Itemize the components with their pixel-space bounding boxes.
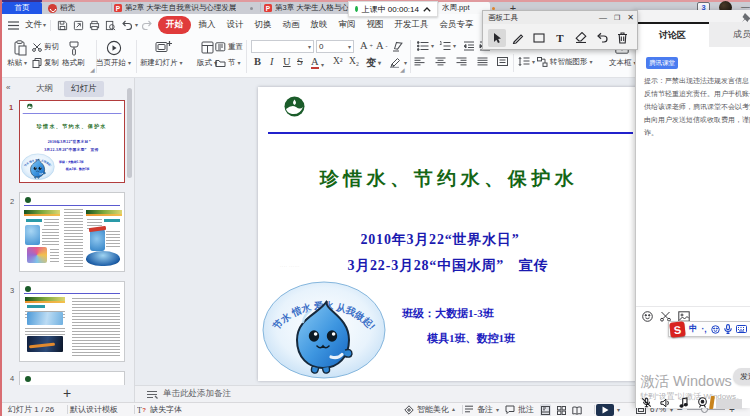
font-name-combobox[interactable]: ▾	[251, 40, 314, 53]
distribute-icon[interactable]	[497, 57, 508, 66]
slideshow-play-button[interactable]	[596, 404, 614, 416]
print-preview-icon[interactable]	[104, 19, 117, 32]
dialog-launcher-icon[interactable]: ◢	[90, 66, 95, 73]
slide-date-line-2[interactable]: 3月22-3月28“中国水周” 宣传	[258, 257, 638, 275]
water-drop-mascot[interactable]: 节水 惜水 爱水 从我做起!	[21, 153, 55, 180]
water-drop-mascot[interactable]: 节水 惜水 爱水 从我做起!	[261, 280, 387, 381]
underline-button[interactable]: U	[283, 56, 291, 67]
save-icon[interactable]	[56, 19, 69, 32]
board-pen-tool[interactable]	[509, 29, 527, 47]
superscript-button[interactable]: X²	[333, 56, 343, 66]
add-slide-button[interactable]: +	[63, 386, 71, 400]
panel-scrollbar[interactable]	[127, 88, 132, 178]
slide-class-line-2[interactable]: 模具1班、数控1班	[427, 331, 515, 346]
text-box-button[interactable]: 文本框▾	[609, 58, 637, 68]
layout-button[interactable]: 版式▾	[197, 58, 217, 68]
slide-editor[interactable]: 珍惜水、节约水、保护水 2010年3月22“世界水日” 3月22-3月28“中国…	[258, 87, 650, 381]
numbering-button[interactable]: ▾	[439, 41, 456, 51]
menu-tab-devtools[interactable]: 开发工具	[389, 16, 434, 34]
dialog-launcher-icon[interactable]: ◢	[400, 66, 405, 73]
discussion-tab-active[interactable]: 讨论区	[636, 22, 709, 47]
document-tab-2[interactable]: P 第3章 大学生人格与心	[264, 2, 348, 14]
smart-beautify-button[interactable]: 智能美化 ▾	[404, 403, 455, 416]
class-timer-pill[interactable]: 上课中 00:00:14	[348, 1, 438, 17]
play-current-icon[interactable]	[105, 39, 122, 56]
zoom-slider[interactable]	[687, 409, 725, 410]
font-size-combobox[interactable]: 0▾	[316, 40, 354, 53]
slide-sorter-view-button[interactable]	[556, 404, 567, 416]
ime-mode-chinese[interactable]: 中	[689, 323, 698, 335]
slide-thumbnail-2[interactable]	[19, 192, 125, 272]
members-tab[interactable]: 成员(	[709, 22, 750, 47]
decrease-font-button[interactable]: A-	[376, 40, 388, 51]
redo-icon[interactable]	[140, 19, 153, 32]
italic-button[interactable]: I	[270, 56, 274, 67]
menu-tab-transition[interactable]: 切换	[249, 16, 277, 34]
line-spacing-icon[interactable]: ▾	[518, 57, 535, 67]
music-note-icon[interactable]	[679, 397, 689, 408]
slide-title[interactable]: 珍惜水、节约水、保护水	[258, 166, 640, 192]
docer-tab[interactable]: 稻壳	[42, 2, 110, 14]
decrease-indent-icon[interactable]	[463, 41, 475, 51]
strikethrough-button[interactable]: S	[297, 56, 303, 67]
board-restore-button[interactable]: ❐	[614, 14, 620, 22]
menu-tab-design[interactable]: 设计	[221, 16, 249, 34]
normal-view-button[interactable]	[540, 404, 551, 416]
speaker-icon[interactable]	[660, 398, 671, 408]
board-close-button[interactable]: ✕	[627, 13, 634, 22]
reset-button[interactable]: 重置	[215, 42, 243, 52]
reading-view-button[interactable]	[571, 404, 582, 416]
notes-toggle-button[interactable]: 备注 ▾	[464, 403, 499, 416]
font-color-button[interactable]: A	[311, 56, 319, 69]
paste-icon[interactable]	[9, 39, 31, 57]
slide-thumbnail-3[interactable]	[19, 281, 125, 362]
collapse-panel-button[interactable]: «	[6, 83, 10, 92]
menu-tab-review[interactable]: 审阅	[333, 16, 361, 34]
board-text-tool[interactable]: T	[551, 29, 569, 47]
bullets-button[interactable]: ▾	[417, 41, 434, 51]
play-current-button[interactable]: 当页开始▾	[96, 58, 131, 68]
slide-date-line-2[interactable]: 3月22-3月28“中国水周” 宣传	[20, 147, 123, 152]
new-slide-button[interactable]: 新建幻灯片▾	[140, 58, 183, 68]
menu-tab-insert[interactable]: 插入	[193, 16, 221, 34]
emoji-icon[interactable]	[642, 311, 653, 322]
play-options-chevron-icon[interactable]: ▾	[617, 407, 620, 416]
new-slide-icon[interactable]	[153, 39, 173, 56]
text-effect-button[interactable]: 变▾	[366, 56, 381, 70]
hamburger-menu-icon[interactable]	[7, 19, 20, 32]
paste-button[interactable]: 粘贴▾	[7, 58, 27, 68]
align-right-icon[interactable]	[456, 57, 467, 66]
section-button[interactable]: 节▾	[215, 58, 241, 68]
slide-class-line-2[interactable]: 模具1班、数控1班	[66, 167, 90, 171]
board-rectangle-tool[interactable]	[530, 29, 548, 47]
collapse-pill-chevron-icon[interactable]	[423, 7, 431, 12]
slide-thumbnail-1-selected[interactable]: 珍惜水、节约水、保护水 2010年3月22“世界水日” 3月22-3月28“中国…	[19, 100, 125, 183]
menu-tab-view[interactable]: 视图	[361, 16, 389, 34]
document-tab-1[interactable]: P 第2章 大学生自我意识与心理发展	[114, 2, 249, 14]
undo-chevron-icon[interactable]: ▾	[135, 22, 138, 28]
slides-tab-active[interactable]: 幻灯片	[64, 81, 104, 97]
slide-date-line-1[interactable]: 2010年3月22“世界水日”	[20, 140, 118, 145]
copy-button[interactable]: 复制	[32, 58, 59, 68]
mic-muted-icon[interactable]	[641, 397, 652, 408]
board-eraser-tool[interactable]	[572, 29, 590, 47]
send-button[interactable]: 发送	[733, 368, 750, 385]
ime-keyboard-icon[interactable]	[736, 325, 747, 333]
menu-tab-home[interactable]: 开始	[158, 16, 191, 34]
comments-button[interactable]: 批注	[505, 403, 534, 416]
outline-tab[interactable]: 大纲	[36, 83, 53, 95]
cut-button[interactable]: 剪切	[32, 42, 59, 52]
smart-graphic-button[interactable]: 转智能图形▾	[537, 57, 593, 67]
slide-class-line-1[interactable]: 班级：大数据1-3班	[402, 306, 494, 321]
board-undo-tool[interactable]	[593, 29, 611, 47]
format-painter-button[interactable]: 格式刷	[62, 58, 85, 68]
discussion-titlebar[interactable]	[636, 10, 750, 22]
missing-font-warning[interactable]: T? 缺失字体	[137, 403, 182, 416]
board-trash-tool[interactable]	[613, 29, 631, 47]
clear-format-icon[interactable]	[392, 41, 403, 52]
align-center-icon[interactable]	[435, 57, 446, 66]
board-cursor-tool[interactable]	[488, 29, 506, 47]
layout-icon[interactable]	[199, 40, 215, 55]
home-tab[interactable]: 首页	[2, 2, 42, 14]
export-icon[interactable]	[72, 19, 85, 32]
